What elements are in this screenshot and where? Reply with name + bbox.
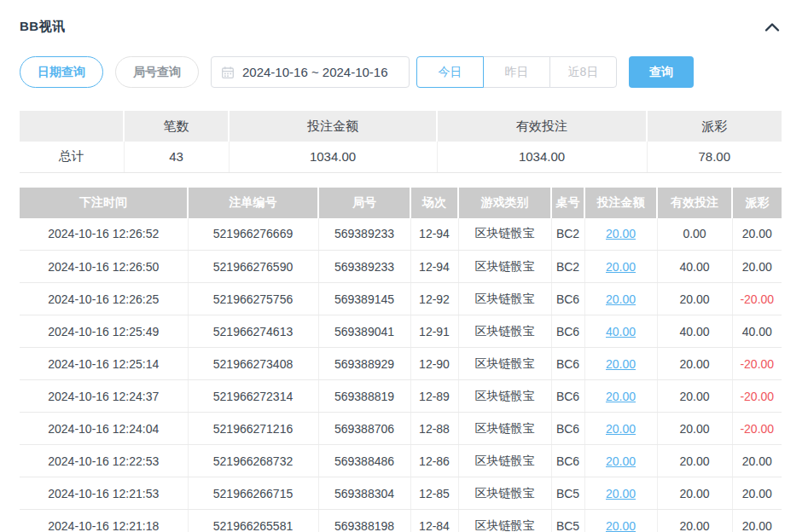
bet-amount-cell: 20.00 <box>584 251 657 283</box>
chevron-up-icon <box>764 22 780 35</box>
bet-amount-link[interactable]: 20.00 <box>606 519 636 532</box>
game-category-cell: 区块链骰宝 <box>458 348 551 380</box>
records-header-bet-time: 下注时间 <box>20 188 188 218</box>
summary-header-bet-amount: 投注金额 <box>229 111 437 142</box>
session-cell: 12-94 <box>410 218 458 251</box>
bb-video-panel: BB视讯 日期查询 局号查询 2024-10-16 ~ 2024-10-16 <box>0 0 808 532</box>
bet-amount-cell: 20.00 <box>584 348 657 380</box>
last-8-days-button[interactable]: 近8日 <box>549 56 617 88</box>
game-category-cell: 区块链骰宝 <box>458 251 551 283</box>
summary-header-row: 笔数 投注金额 有效投注 派彩 <box>20 111 782 142</box>
session-cell: 12-94 <box>410 251 458 283</box>
today-button[interactable]: 今日 <box>416 56 484 88</box>
date-range-value: 2024-10-16 ~ 2024-10-16 <box>242 65 388 79</box>
bet-amount-cell: 20.00 <box>584 413 657 445</box>
bet-time-cell: 2024-10-16 12:25:14 <box>20 348 188 380</box>
round-id-cell: 569388486 <box>318 445 410 477</box>
bet-amount-link[interactable]: 40.00 <box>606 325 636 338</box>
bet-time-cell: 2024-10-16 12:26:52 <box>20 218 188 251</box>
summary-total-label: 总计 <box>20 142 124 172</box>
payout-cell: 20.00 <box>732 251 782 283</box>
table-row: 2024-10-16 12:22:53521966268732569388486… <box>20 445 782 477</box>
bet-amount-link[interactable]: 20.00 <box>606 454 636 468</box>
search-button[interactable]: 查询 <box>629 56 694 88</box>
valid-bet-cell: 20.00 <box>657 413 732 445</box>
game-category-cell: 区块链骰宝 <box>458 218 551 251</box>
bet-time-cell: 2024-10-16 12:24:37 <box>20 380 188 413</box>
date-range-input[interactable]: 2024-10-16 ~ 2024-10-16 <box>211 56 410 88</box>
collapse-button[interactable] <box>763 20 782 34</box>
bet-time-cell: 2024-10-16 12:21:53 <box>20 477 188 510</box>
round-id-cell: 569389041 <box>318 315 410 348</box>
session-cell: 12-86 <box>410 445 458 477</box>
table-row: 2024-10-16 12:24:04521966271216569388706… <box>20 413 782 445</box>
session-cell: 12-84 <box>410 510 458 532</box>
bet-id-cell: 521966265581 <box>188 510 318 532</box>
bet-id-cell: 521966276590 <box>188 251 318 283</box>
yesterday-button[interactable]: 昨日 <box>483 56 550 88</box>
session-cell: 12-88 <box>410 413 458 445</box>
records-body: 2024-10-16 12:26:52521966276669569389233… <box>20 218 782 532</box>
round-id-cell: 569388819 <box>318 380 410 413</box>
quick-range-group: 今日 昨日 近8日 <box>416 56 617 88</box>
table-id-cell: BC6 <box>551 445 584 477</box>
records-header-session: 场次 <box>410 188 458 218</box>
table-row: 2024-10-16 12:25:49521966274613569389041… <box>20 315 782 348</box>
query-toolbar: 日期查询 局号查询 2024-10-16 ~ 2024-10-16 今日 昨日 … <box>20 56 782 88</box>
bet-amount-cell: 40.00 <box>584 315 657 348</box>
records-header-round-id: 局号 <box>318 188 410 218</box>
session-cell: 12-85 <box>410 477 458 510</box>
bet-amount-link[interactable]: 20.00 <box>606 390 636 403</box>
table-row: 2024-10-16 12:25:14521966273408569388929… <box>20 348 782 380</box>
calendar-icon <box>221 66 235 79</box>
bet-amount-cell: 20.00 <box>584 380 657 413</box>
bet-amount-link[interactable]: 20.00 <box>606 357 636 371</box>
payout-cell: 20.00 <box>732 510 782 532</box>
summary-bet-amount-value: 1034.00 <box>229 142 437 172</box>
payout-cell: -20.00 <box>732 348 782 380</box>
table-id-cell: BC6 <box>551 380 584 413</box>
bet-amount-cell: 20.00 <box>584 510 657 532</box>
page-title: BB视讯 <box>20 19 66 35</box>
table-row: 2024-10-16 12:21:53521966266715569388304… <box>20 477 782 510</box>
round-id-cell: 569388929 <box>318 348 410 380</box>
session-cell: 12-91 <box>410 315 458 348</box>
records-header-game-category: 游戏类别 <box>458 188 551 218</box>
summary-table: 笔数 投注金额 有效投注 派彩 总计 43 1034.00 1034.00 78… <box>20 111 782 173</box>
bet-amount-cell: 20.00 <box>584 477 657 510</box>
table-id-cell: BC5 <box>551 477 584 510</box>
payout-cell: 20.00 <box>732 218 782 251</box>
game-category-cell: 区块链骰宝 <box>458 315 551 348</box>
bet-amount-link[interactable]: 20.00 <box>606 260 636 274</box>
table-id-cell: BC6 <box>551 283 584 315</box>
game-category-cell: 区块链骰宝 <box>458 510 551 532</box>
round-id-cell: 569388706 <box>318 413 410 445</box>
bet-amount-link[interactable]: 20.00 <box>606 227 636 240</box>
round-query-tab[interactable]: 局号查询 <box>115 56 199 88</box>
summary-total-row: 总计 43 1034.00 1034.00 78.00 <box>20 142 782 172</box>
game-category-cell: 区块链骰宝 <box>458 380 551 413</box>
summary-payout-value: 78.00 <box>647 142 782 172</box>
session-cell: 12-89 <box>410 380 458 413</box>
bet-id-cell: 521966273408 <box>188 348 318 380</box>
summary-header-valid-bet: 有效投注 <box>437 111 647 142</box>
session-cell: 12-92 <box>410 283 458 315</box>
bet-amount-link[interactable]: 20.00 <box>606 487 636 500</box>
valid-bet-cell: 40.00 <box>657 251 732 283</box>
table-row: 2024-10-16 12:26:52521966276669569389233… <box>20 218 782 251</box>
round-id-cell: 569389233 <box>318 218 410 251</box>
records-header-row: 下注时间注单编号局号场次游戏类别桌号投注金额有效投注派彩 <box>20 188 782 218</box>
valid-bet-cell: 40.00 <box>657 315 732 348</box>
bet-time-cell: 2024-10-16 12:25:49 <box>20 315 188 348</box>
records-header-bet-id: 注单编号 <box>188 188 318 218</box>
bet-id-cell: 521966272314 <box>188 380 318 413</box>
date-query-tab[interactable]: 日期查询 <box>20 56 103 88</box>
bet-amount-link[interactable]: 20.00 <box>606 422 636 436</box>
bet-amount-link[interactable]: 20.00 <box>606 292 636 306</box>
bet-amount-cell: 20.00 <box>584 445 657 477</box>
valid-bet-cell: 20.00 <box>657 380 732 413</box>
valid-bet-cell: 20.00 <box>657 348 732 380</box>
records-header-valid-bet: 有效投注 <box>657 188 732 218</box>
summary-count-value: 43 <box>124 142 229 172</box>
game-category-cell: 区块链骰宝 <box>458 477 551 510</box>
